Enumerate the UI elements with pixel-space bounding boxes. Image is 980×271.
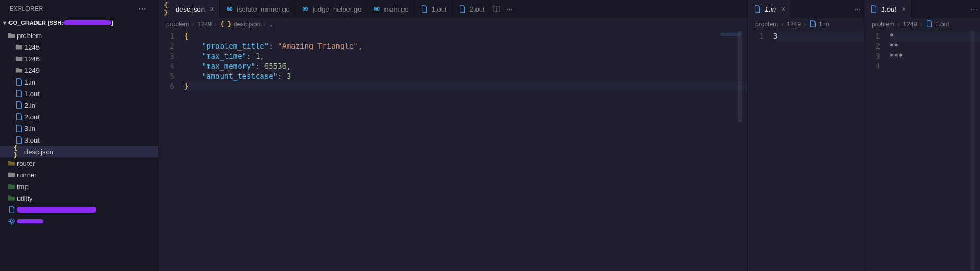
breadcrumb-segment[interactable]: 1.in	[809, 20, 829, 29]
tree-item-redacted[interactable]	[0, 216, 158, 227]
explorer-more-icon[interactable]: ⋯	[135, 4, 150, 14]
tab-bars: { }desc.json×GOisolate_runner.goGOjudge_…	[159, 0, 980, 18]
tab-1.out[interactable]: 1.out	[415, 0, 453, 18]
workspace-name-suffix: ]	[111, 20, 113, 26]
tree-item-1.out[interactable]: 1.out	[0, 88, 158, 99]
folder-y-icon	[6, 160, 17, 167]
tree-item-label: 1246	[24, 55, 40, 63]
breadcrumb-segment[interactable]: 1.out	[926, 20, 949, 29]
tree-item-router[interactable]: router	[0, 157, 158, 169]
token: 3	[287, 72, 291, 80]
breadcrumb-separator-icon: ›	[192, 21, 194, 28]
minimap-scrollbar[interactable]	[970, 31, 975, 271]
code-line[interactable]: "amount_testcase": 3	[184, 71, 747, 81]
tab-more-icon[interactable]: ⋯	[851, 0, 864, 18]
file-icon	[6, 206, 17, 213]
go-icon: GO	[372, 6, 381, 12]
breadcrumb-segment[interactable]: 1249	[903, 21, 917, 28]
breadcrumb-3[interactable]: problem›1249›1.out	[864, 18, 980, 31]
tab-label: desc.json	[176, 5, 205, 13]
code-line[interactable]: "max_memory": 65536,	[184, 61, 747, 71]
workspace-section-header[interactable]: ▾ GO_GRADER [SSH: ]	[0, 17, 158, 29]
code-content-2[interactable]: 3	[773, 31, 864, 271]
breadcrumb-1[interactable]: problem›1249›{ }desc.json›...	[159, 18, 747, 31]
breadcrumb-segment[interactable]: problem	[755, 21, 778, 28]
close-icon[interactable]: ×	[902, 5, 906, 13]
close-icon[interactable]: ×	[210, 5, 214, 13]
tree-item-1249[interactable]: 1249	[0, 64, 158, 76]
tab-judge_helper.go[interactable]: GOjudge_helper.go	[296, 0, 368, 18]
tree-item-1245[interactable]: 1245	[0, 41, 158, 53]
breadcrumb-segment[interactable]: problem	[166, 21, 189, 28]
tab-desc.json[interactable]: { }desc.json×	[159, 0, 220, 18]
tab-2.out[interactable]: 2.out	[453, 0, 491, 18]
tree-item-label: utility	[17, 194, 33, 202]
minimap-1[interactable]	[710, 31, 742, 271]
tree-item-2.out[interactable]: 2.out	[0, 111, 158, 123]
breadcrumb-segment[interactable]: ...	[269, 21, 274, 28]
code-line[interactable]: "max_time": 1,	[184, 51, 747, 61]
code-line[interactable]: 3	[773, 31, 864, 41]
tree-item-utility[interactable]: utility	[0, 192, 158, 204]
explorer-sidebar: EXPLORER ⋯ ▾ GO_GRADER [SSH: ] problem12…	[0, 0, 159, 271]
file-icon	[869, 5, 878, 13]
code-area-3[interactable]: 1234 ******	[864, 31, 980, 271]
minimap-scrollbar[interactable]	[738, 31, 742, 122]
tree-item-tmp[interactable]: tmp	[0, 181, 158, 192]
close-icon[interactable]: ×	[781, 5, 785, 13]
breadcrumb-2[interactable]: problem›1249›1.in	[748, 18, 864, 31]
tab-main.go[interactable]: GOmain.go	[367, 0, 414, 18]
code-content-1[interactable]: { "problem_title": "Amazing Triangle", "…	[184, 31, 747, 271]
minimap-3[interactable]	[943, 31, 975, 271]
code-line[interactable]: {	[184, 31, 747, 41]
folder-icon	[6, 171, 17, 179]
file-icon	[458, 5, 466, 13]
file-icon	[14, 136, 24, 144]
tree-item-1246[interactable]: 1246	[0, 53, 158, 64]
token: 65536	[264, 62, 287, 70]
tab-1.in[interactable]: 1.in×	[748, 0, 791, 18]
tree-item-runner[interactable]: runner	[0, 169, 158, 181]
redacted-ssh-host	[63, 20, 111, 25]
token: :	[278, 72, 287, 80]
editor-panes: problem›1249›{ }desc.json›... 123456 { "…	[159, 18, 980, 271]
tab-more-icon[interactable]: ⋯	[503, 0, 516, 18]
split-editor-icon[interactable]	[490, 0, 503, 18]
line-number: 1	[864, 31, 880, 41]
tree-item-2.in[interactable]: 2.in	[0, 99, 158, 111]
tab-more-icon[interactable]: ⋯	[967, 0, 980, 18]
tree-item-label: 1245	[24, 43, 40, 51]
tab-1.out[interactable]: 1.out×	[864, 0, 912, 18]
code-line[interactable]: }	[184, 81, 747, 91]
breadcrumb-separator-icon: ›	[781, 21, 783, 28]
breadcrumb-segment[interactable]: { }desc.json	[220, 21, 260, 28]
tree-item-label: 1.out	[24, 90, 40, 98]
json-icon: { }	[14, 144, 24, 159]
tree-item-label: 1.in	[24, 78, 35, 86]
code-area-2[interactable]: 1 3	[748, 31, 864, 271]
svg-point-0	[10, 220, 13, 222]
explorer-title: EXPLORER	[10, 5, 135, 12]
breadcrumb-segment[interactable]: problem	[872, 21, 894, 28]
folder-icon	[14, 55, 24, 62]
file-icon	[420, 5, 428, 13]
code-line[interactable]: "problem_title": "Amazing Triangle",	[184, 41, 747, 51]
tree-item-redacted[interactable]	[0, 204, 158, 216]
token: {	[184, 32, 188, 40]
code-area-1[interactable]: 123456 { "problem_title": "Amazing Trian…	[159, 31, 747, 271]
tree-item-3.in[interactable]: 3.in	[0, 123, 158, 134]
token: :	[255, 62, 264, 70]
token: "amount_testcase"	[202, 72, 278, 80]
tree-item-problem[interactable]: problem	[0, 30, 158, 41]
tree-item-1.in[interactable]: 1.in	[0, 76, 158, 88]
file-icon	[809, 20, 817, 29]
breadcrumb-label: problem	[166, 21, 189, 28]
tree-item-label: 2.in	[24, 101, 35, 109]
tree-item-desc.json[interactable]: { }desc.json	[0, 146, 158, 157]
breadcrumb-segment[interactable]: 1249	[197, 21, 212, 28]
breadcrumb-segment[interactable]: 1249	[786, 21, 801, 28]
token	[184, 52, 202, 60]
tab-bar-3: 1.out×⋯	[864, 0, 980, 18]
token	[184, 42, 202, 50]
tab-isolate_runner.go[interactable]: GOisolate_runner.go	[220, 0, 296, 18]
